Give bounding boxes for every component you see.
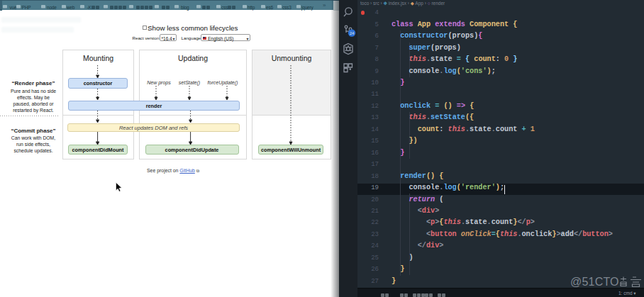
svg-text:24: 24 bbox=[350, 31, 355, 35]
